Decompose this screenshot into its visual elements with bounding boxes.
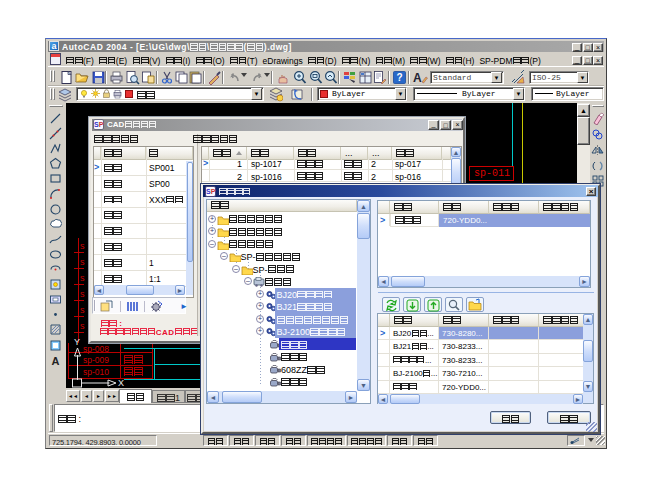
- svg-text:?: ?: [396, 72, 402, 83]
- svg-text:Y: Y: [74, 337, 80, 347]
- svg-text:A: A: [52, 355, 60, 367]
- svg-text:A: A: [413, 71, 422, 85]
- svg-text:X: X: [118, 378, 124, 388]
